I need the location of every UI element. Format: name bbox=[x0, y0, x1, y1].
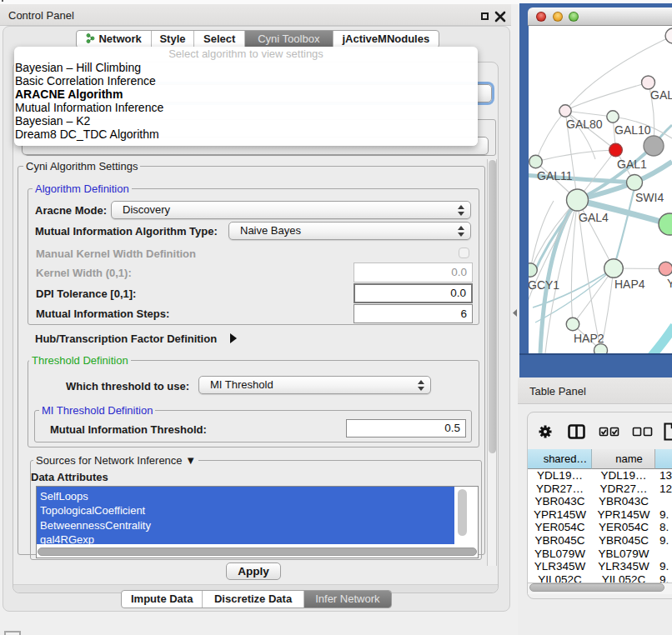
svg-text:HAP2: HAP2 bbox=[574, 332, 604, 345]
svg-text:GAL80: GAL80 bbox=[566, 118, 603, 131]
svg-text:GAL11: GAL11 bbox=[537, 169, 573, 182]
svg-text:HAP4: HAP4 bbox=[614, 278, 645, 291]
svg-text:GAL10: GAL10 bbox=[614, 123, 651, 137]
svg-text:Y: Y bbox=[667, 277, 672, 290]
svg-text:GCY1: GCY1 bbox=[529, 278, 559, 292]
svg-text:GAL4: GAL4 bbox=[579, 211, 609, 224]
svg-text:GAL7: GAL7 bbox=[650, 88, 672, 102]
svg-text:GAL1: GAL1 bbox=[617, 158, 647, 171]
svg-text:SWI4: SWI4 bbox=[635, 191, 664, 204]
